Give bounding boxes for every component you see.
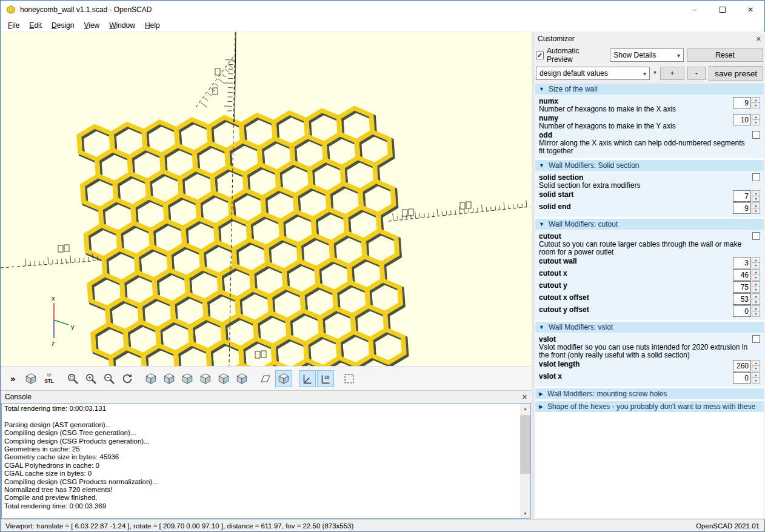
console-panel: Console ✕ Total rendering time: 0:00:03.… [1,390,532,519]
toolbar-show-crosshairs-button[interactable] [341,370,358,387]
vslot-checkbox[interactable] [752,335,760,343]
toolbar-orthogonal-view-button[interactable] [275,370,292,387]
spin-up-icon[interactable]: ▲ [752,190,760,196]
spin-up-icon[interactable]: ▲ [752,372,760,378]
remove-preset-button[interactable]: - [687,67,706,80]
solid-end-spinbox[interactable]: 9▲▼ [733,202,760,214]
spin-down-icon[interactable]: ▼ [752,263,760,268]
toolbar-show-scale-markers-button[interactable]: 10 [317,370,334,387]
cutout-y-value: 75 [733,281,751,293]
scroll-up-icon[interactable]: ▲ [520,404,530,413]
chevron-down-icon: ▾ [673,52,680,59]
menu-design[interactable]: Design [47,20,79,31]
toolbar-zoom-all-button[interactable] [64,370,81,387]
spin-up-icon[interactable]: ▲ [752,360,760,366]
save-preset-button[interactable]: save preset [709,66,763,81]
toolbar-view-bottom-button[interactable] [179,370,196,387]
toolbar-view-right-button[interactable] [142,370,159,387]
spin-down-icon[interactable]: ▼ [752,275,760,281]
toolbar-zoom-in-button[interactable] [82,370,99,387]
toolbar-reset-view-button[interactable] [119,370,136,387]
zoom-in-icon [84,372,98,385]
spin-down-icon[interactable]: ▼ [752,311,760,317]
customizer-close-icon[interactable]: ✕ [756,35,761,43]
menu-window[interactable]: Window [104,20,140,31]
vslot-length-spinbox[interactable]: 260▲▼ [733,360,760,371]
cube-icon [199,372,212,385]
spin-up-icon[interactable]: ▲ [752,97,760,103]
menu-file[interactable]: File [3,20,24,31]
toolbar-more-button[interactable]: » [4,370,21,387]
param-name: cutout x [539,269,729,278]
menu-edit[interactable]: Edit [24,20,47,31]
numy-spinbox[interactable]: 10▲▼ [733,114,760,125]
console-line [4,413,518,421]
section-header-size-of-the-wall[interactable]: ▼Size of the wall [535,84,764,95]
section-header-shape-of-the-hexes-you-probably-don-t-want-to-mess-with-these[interactable]: ▶Shape of the hexes - you probably don't… [535,401,764,412]
toolbar-view-front-button[interactable] [215,370,232,387]
cutout-x-offset-spinbox[interactable]: 53▲▼ [733,293,760,305]
maximize-button[interactable] [709,1,737,19]
cube-icon [162,372,176,385]
toolbar-render-button[interactable] [22,370,39,387]
section-header-wall-modifiers-cutout[interactable]: ▼Wall Modifiers: cutout [535,219,764,230]
toolbar-zoom-out-button[interactable] [101,370,118,387]
menu-view[interactable]: View [79,20,104,31]
menu-help[interactable]: Help [140,20,165,31]
toolbar-export-stl-button[interactable]: STL [41,370,58,387]
spin-up-icon[interactable]: ▲ [752,257,760,263]
axis-indicator: xyz [52,294,75,347]
add-preset-button[interactable]: + [660,67,684,80]
cutout-wall-spinbox[interactable]: 3▲▼ [733,257,760,268]
spin-up-icon[interactable]: ▲ [752,114,760,120]
solid-start-spinbox[interactable]: 7▲▼ [733,190,760,202]
toolbar-view-back-button[interactable] [233,370,250,387]
vslot-x-spinbox[interactable]: 0▲▼ [733,372,760,384]
console-line: Parsing design (AST generation)... [4,421,518,429]
odd-checkbox[interactable] [752,131,760,139]
minimize-button[interactable]: – [681,1,709,19]
spin-down-icon[interactable]: ▼ [752,378,760,384]
spin-up-icon[interactable]: ▲ [752,293,760,299]
spin-down-icon[interactable]: ▼ [752,366,760,371]
cutout-y-spinbox[interactable]: 75▲▼ [733,281,760,293]
section-title: Wall Modifiers: vslot [549,323,613,331]
spin-down-icon[interactable]: ▼ [752,287,760,293]
toolbar-view-left-button[interactable] [197,370,214,387]
console-close-icon[interactable]: ✕ [522,393,527,401]
scroll-down-icon[interactable]: ▼ [520,508,530,518]
section-header-wall-modifiers-mounting-screw-holes[interactable]: ▶Wall Modifiers: mounting screw holes [535,388,764,399]
spin-down-icon[interactable]: ▼ [752,120,760,125]
param-name: cutout x offset [539,293,729,302]
toolbar-show-edges-button[interactable] [257,370,274,387]
close-button[interactable]: ✕ [737,1,764,19]
cutout-y-offset-spinbox[interactable]: 0▲▼ [733,305,760,317]
toolbar-show-axes-button[interactable] [299,370,316,387]
spin-up-icon[interactable]: ▲ [752,269,760,275]
details-dropdown[interactable]: Show Details ▾ [610,48,684,62]
cutout-x-spinbox[interactable]: 46▲▼ [733,269,760,281]
reset-button[interactable]: Reset [687,48,763,62]
section-header-wall-modifiers-solid-section[interactable]: ▼Wall Modifiers: Solid section [535,160,764,171]
section-header-wall-modifiers-vslot[interactable]: ▼Wall Modifiers: vslot [535,322,764,333]
param-vslot: vslotVslot modifier so you can use nuts … [539,335,760,359]
numx-spinbox[interactable]: 9▲▼ [733,97,760,108]
spin-down-icon[interactable]: ▼ [752,299,760,305]
spin-up-icon[interactable]: ▲ [752,281,760,287]
preset-dropdown[interactable]: design default values ▾ [536,67,650,80]
scroll-track[interactable] [520,413,530,508]
spin-down-icon[interactable]: ▼ [752,196,760,202]
console-output[interactable]: Total rendering time: 0:00:03.131 Parsin… [2,404,520,518]
solid-section-checkbox[interactable] [752,173,760,181]
spin-up-icon[interactable]: ▲ [752,305,760,311]
automatic-preview-checkbox[interactable]: ✓ [536,52,544,59]
spin-down-icon[interactable]: ▼ [752,208,760,214]
scroll-thumb[interactable] [520,415,530,474]
toolbar-view-top-button[interactable] [161,370,178,387]
console-scrollbar[interactable]: ▲ ▼ [520,404,530,518]
3d-viewport[interactable]: xyz [1,32,532,366]
spin-up-icon[interactable]: ▲ [752,202,760,208]
automatic-preview-label: Automatic Preview [547,47,607,64]
cutout-checkbox[interactable] [752,232,760,240]
spin-down-icon[interactable]: ▼ [752,103,760,108]
